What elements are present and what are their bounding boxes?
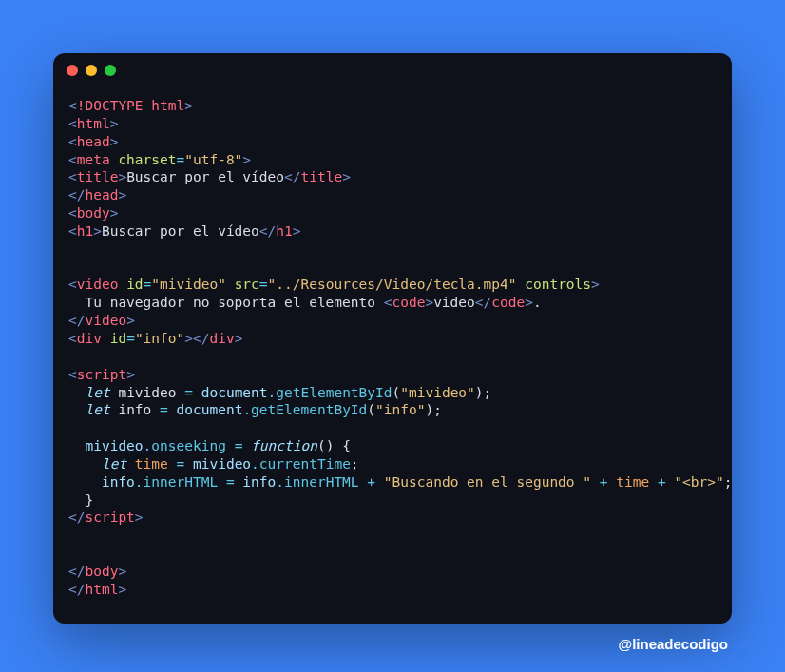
tag-body-open: body [77, 205, 110, 221]
close-traffic-light-icon[interactable] [67, 65, 78, 76]
function-kw: function [251, 438, 317, 453]
attr-src: src [235, 277, 259, 292]
val-utf8: "utf-8" [184, 152, 242, 167]
tag-video-close: video [85, 313, 126, 328]
tag-html-open: html [77, 116, 110, 131]
tag-div-close: div [209, 331, 234, 346]
tag-body-close: body [85, 564, 118, 579]
document-1: document [201, 385, 268, 400]
var-time: time [135, 456, 168, 471]
kw-let-2: let [85, 402, 109, 417]
attr-charset: charset [118, 152, 176, 167]
code-window: <!DOCTYPE html> <html> <head> <meta char… [53, 53, 732, 624]
kw-let-1: let [85, 385, 109, 400]
tag-script-open: script [77, 367, 126, 382]
attr-controls: controls [525, 277, 591, 292]
var-info: info [118, 402, 151, 417]
tag-title-close: title [300, 169, 342, 184]
onseeking: onseeking [151, 438, 226, 453]
tag-title-open: title [77, 169, 119, 184]
title-text: Buscar por el vídeo [126, 169, 284, 184]
attr-id-video: id [126, 277, 143, 292]
tag-h1-open: h1 [77, 223, 93, 239]
str-br: "<br>" [674, 474, 723, 490]
credit-label: @lineadecodigo [53, 635, 732, 654]
period: . [533, 295, 542, 310]
innerHTML-2: innerHTML [284, 474, 359, 490]
val-src: "../Resources/Video/tecla.mp4" [268, 277, 517, 292]
fallback-text-1: Tu navegador no soporta el elemento [68, 295, 384, 310]
val-info: "info" [135, 331, 184, 346]
mivideo-ref-2: mivideo [193, 456, 251, 471]
tag-meta: meta [77, 152, 110, 167]
tag-head-open: head [77, 134, 110, 149]
tag-html-close: html [85, 582, 118, 597]
doctype: !DOCTYPE html [77, 98, 185, 113]
val-mivideo: "mivideo" [151, 277, 226, 292]
getElementById-1: getElementById [276, 385, 392, 400]
arg-info: "info" [375, 402, 425, 417]
getElementById-2: getElementById [251, 402, 367, 417]
h1-text: Buscar por el vídeo [102, 223, 259, 239]
close-brace: } [68, 492, 93, 508]
info-ref-1: info [102, 474, 135, 490]
currentTime: currentTime [259, 456, 351, 471]
tag-script-close: script [85, 509, 134, 525]
window-titlebar [53, 53, 732, 87]
tag-h1-close: h1 [276, 223, 292, 239]
zoom-traffic-light-icon[interactable] [105, 65, 116, 76]
code-block: <!DOCTYPE html> <html> <head> <meta char… [53, 87, 732, 624]
document-2: document [177, 402, 243, 417]
info-ref-2: info [242, 474, 276, 490]
innerHTML-1: innerHTML [144, 474, 219, 490]
arg-mivideo: "mivideo" [400, 385, 475, 400]
str-buscando: "Buscando en el segundo " [384, 474, 591, 490]
mivideo-ref: mivideo [85, 438, 143, 453]
tag-code-close: code [491, 295, 525, 310]
tag-video-open: video [77, 277, 119, 292]
kw-let-3: let [102, 456, 126, 471]
code-inner: video [433, 295, 475, 310]
var-mivideo: mivideo [118, 385, 176, 400]
tag-head-close: head [85, 187, 118, 202]
time-ref: time [616, 474, 649, 490]
minimize-traffic-light-icon[interactable] [86, 65, 97, 76]
tag-code-open: code [392, 295, 425, 310]
tag-div-open: div [77, 331, 102, 346]
attr-id-div: id [110, 331, 126, 346]
